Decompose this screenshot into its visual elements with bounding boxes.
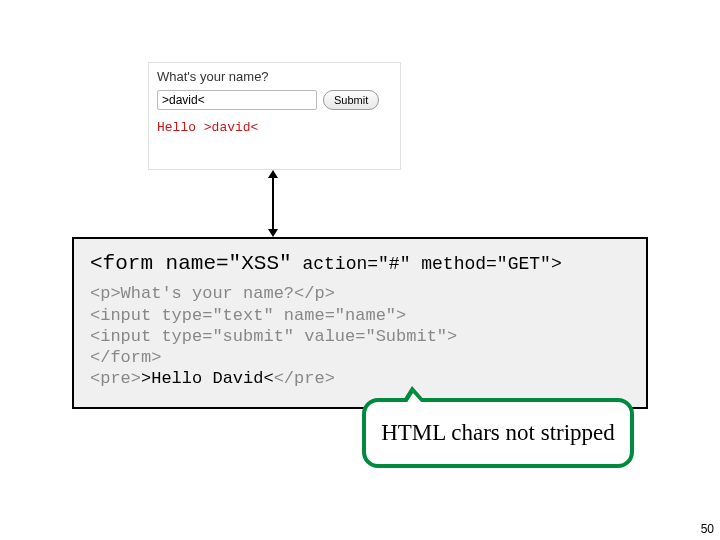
callout-text: HTML chars not stripped: [381, 420, 615, 445]
code-line-6b: >Hello David<: [141, 369, 274, 388]
rendered-form-demo: What's your name? Submit Hello >david<: [148, 62, 401, 170]
code-line-4: <input type="submit" value="Submit">: [90, 326, 630, 347]
code-line-5: </form>: [90, 347, 630, 368]
code-line-3: <input type="text" name="name">: [90, 305, 630, 326]
double-arrow-icon: [272, 176, 274, 231]
code-line-1a: <form name="XSS": [90, 252, 292, 275]
code-line-1: <form name="XSS" action="#" method="GET"…: [90, 251, 630, 277]
html-source-box: <form name="XSS" action="#" method="GET"…: [72, 237, 648, 409]
code-line-2: <p>What's your name?</p>: [90, 283, 630, 304]
page-number: 50: [701, 522, 714, 536]
code-line-6c: </pre>: [274, 369, 335, 388]
form-question: What's your name?: [157, 69, 392, 84]
code-line-6a: <pre>: [90, 369, 141, 388]
submit-button[interactable]: Submit: [323, 90, 379, 110]
code-line-1b: action="#" method="GET">: [292, 254, 562, 274]
name-input[interactable]: [157, 90, 317, 110]
annotation-callout: HTML chars not stripped: [362, 398, 634, 468]
form-row: Submit: [157, 90, 392, 110]
form-output: Hello >david<: [157, 120, 392, 135]
code-line-6: <pre>>Hello David<</pre>: [90, 368, 630, 389]
